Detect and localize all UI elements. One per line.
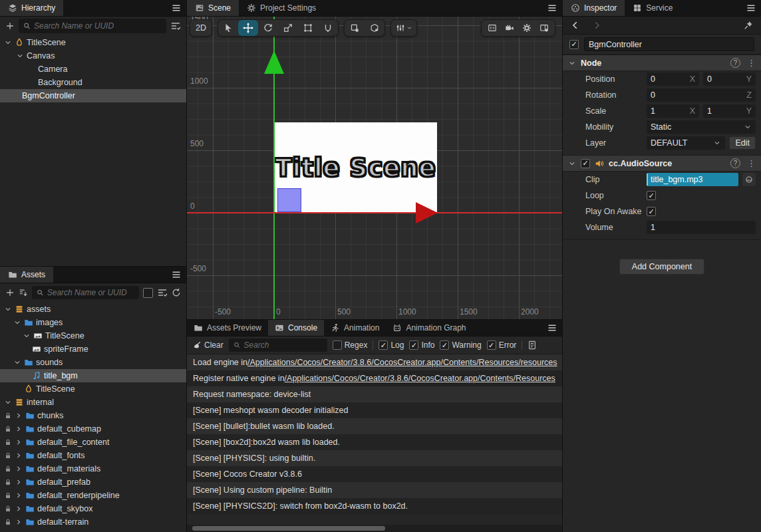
scale-y-field[interactable]: 1Y [703,104,756,118]
asset-row-titlescene-image[interactable]: TitleScene [0,329,186,342]
regex-filter[interactable]: Regex [333,340,368,350]
chevron-right-icon[interactable] [15,491,23,499]
layer-select[interactable]: DEFAULT [647,136,725,150]
import-asset-button[interactable] [19,288,28,297]
asset-row-assets[interactable]: assets [0,303,186,316]
loop-checkbox[interactable] [647,191,656,200]
asset-row-titlescene-scene[interactable]: TitleScene [0,382,186,396]
tab-assets-preview[interactable]: Assets Preview [187,320,268,336]
clip-asset-field[interactable]: title_bgm.mp3 [647,173,738,186]
hierarchy-menu-button[interactable] [166,0,186,16]
console-log-row[interactable]: Request namespace: device-list [187,386,562,402]
assets-filter-icon[interactable] [157,287,168,298]
chevron-right-icon[interactable] [15,465,23,473]
scene-camera-button[interactable] [502,20,518,36]
tab-project-settings[interactable]: Project Settings [239,0,324,16]
warning-checkbox[interactable] [440,340,449,350]
add-component-button[interactable]: Add Component [619,259,704,275]
layer-edit-button[interactable]: Edit [729,136,756,150]
rect-tool-button[interactable] [298,20,318,36]
tab-hierarchy[interactable]: Hierarchy [0,0,63,16]
info-filter[interactable]: Info [409,340,434,350]
asset-row-default-cubemap[interactable]: default_cubemap [0,422,186,436]
console-log-row[interactable]: [Scene] meshopt wasm decoder initialized [187,402,562,418]
log-checkbox[interactable] [379,340,388,350]
position-y-field[interactable]: 0Y [703,72,756,86]
hierarchy-search[interactable] [19,19,166,33]
tab-assets[interactable]: Assets [0,267,53,283]
hierarchy-filter-icon[interactable] [170,21,181,31]
error-checkbox[interactable] [487,340,496,350]
move-gizmo-x-arrow[interactable] [416,202,438,223]
asset-row-default-terrain[interactable]: default-terrain [0,515,186,529]
console-log-list[interactable]: Load engine in /Applications/Cocos/Creat… [187,354,562,532]
asset-row-spriteframe[interactable]: spriteFrame [0,342,186,356]
console-hscrollbar-track[interactable] [187,525,562,532]
position-x-field[interactable]: 0X [647,72,699,86]
gizmo-settings-button[interactable] [390,19,417,37]
info-checkbox[interactable] [409,340,418,350]
console-log-row[interactable]: [Scene] [bullet]:bullet wasm lib loaded. [187,418,562,434]
spline-tool-button[interactable] [318,20,338,36]
console-menu-button[interactable] [542,320,562,336]
scene-viewport[interactable]: Title Scene 1500 1000 500 0 -500 -500 0 … [187,17,562,319]
sprite-node[interactable] [277,188,301,212]
asset-row-default-prefab[interactable]: default_prefab [0,475,186,489]
tree-node-canvas[interactable]: Canvas [0,49,186,63]
regex-checkbox[interactable] [333,340,342,350]
chevron-right-icon[interactable] [15,505,23,513]
log-path-link[interactable]: /Applications/Cocos/Creator/3.8.6/CocosC… [247,358,557,367]
audiosource-section-header[interactable]: cc.AudioSource [563,155,761,172]
asset-row-internal[interactable]: internal [0,396,186,409]
assets-search-input[interactable] [47,288,134,297]
tree-node-background[interactable]: Background [0,76,186,89]
help-icon[interactable] [730,58,740,68]
chevron-right-icon[interactable] [15,425,23,433]
tab-animation-graph[interactable]: Animation Graph [386,320,472,336]
history-back-button[interactable] [571,21,580,30]
pivot-button[interactable] [345,20,365,36]
hierarchy-search-input[interactable] [34,21,162,31]
tab-animation[interactable]: Animation [324,320,386,336]
rotation-z-field[interactable]: 0Z [647,88,756,102]
chevron-down-icon[interactable] [16,52,24,60]
coordinate-space-button[interactable] [365,20,384,36]
scale-x-field[interactable]: 1X [647,104,699,118]
mobility-select[interactable]: Static [647,120,756,134]
tree-node-titlescene[interactable]: TitleScene [0,36,186,49]
console-log-row[interactable]: [Scene] [PHYSICS2D]: switch from box2d-w… [187,498,562,514]
error-filter[interactable]: Error [487,340,517,350]
create-asset-button[interactable] [5,288,15,297]
console-log-row[interactable]: [Scene] Using custom pipeline: Builtin [187,482,562,498]
asset-row-sounds[interactable]: sounds [0,356,186,369]
tree-node-bgmcontroller[interactable]: BgmController [0,89,186,102]
2d-3d-toggle-button[interactable]: 2D [190,19,212,37]
console-hscrollbar-thumb[interactable] [192,526,385,531]
chevron-down-icon[interactable] [568,59,576,67]
pin-icon[interactable] [744,21,753,30]
tab-console[interactable]: Console [268,320,324,336]
node-menu-icon[interactable] [747,58,756,68]
chevron-down-icon[interactable] [4,39,12,47]
console-log-row[interactable]: Register native engine in /Applications/… [187,370,562,386]
chevron-down-icon[interactable] [13,319,21,327]
move-tool-button[interactable] [238,20,258,36]
chevron-down-icon[interactable] [568,160,576,168]
chevron-right-icon[interactable] [15,452,23,460]
clip-picker-button[interactable] [742,173,756,186]
help-icon[interactable] [730,158,740,168]
node-active-checkbox[interactable] [569,40,579,49]
volume-field[interactable]: 1 [647,221,756,234]
node-name-input[interactable] [584,37,754,51]
console-log-row[interactable]: Load engine in /Applications/Cocos/Creat… [187,354,562,370]
history-forward-button[interactable] [592,21,601,30]
asset-row-default-materials[interactable]: default_materials [0,462,186,475]
audiosource-enable-checkbox[interactable] [581,159,590,168]
scene-panel-settings-button[interactable] [536,20,552,36]
asset-row-default-fonts[interactable]: default_fonts [0,449,186,462]
console-log-row[interactable]: [Scene] [box2d]:box2d wasm lib loaded. [187,434,562,450]
scene-menu-button[interactable] [542,0,562,16]
log-file-button[interactable] [528,340,537,350]
title-scene-sprite-text[interactable]: Title Scene [275,154,436,182]
chevron-down-icon[interactable] [4,305,12,313]
